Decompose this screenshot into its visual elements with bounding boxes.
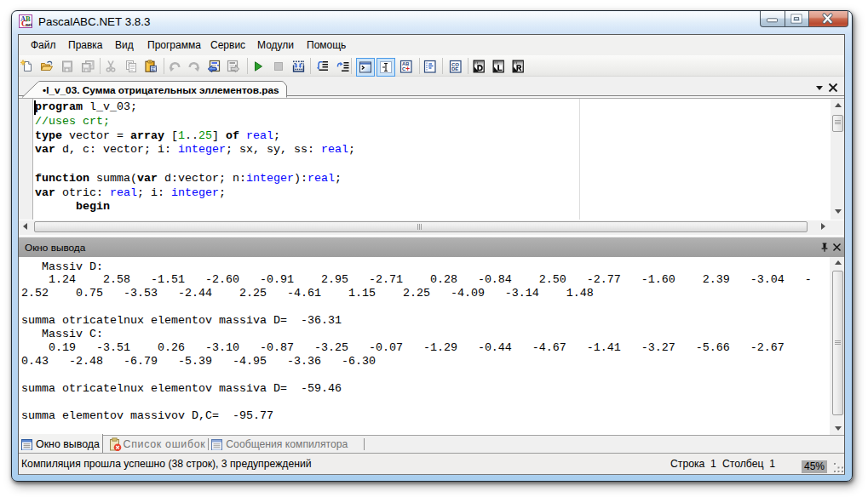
svg-text:net: net bbox=[26, 22, 32, 27]
svg-text:DE: DE bbox=[451, 66, 458, 71]
svg-text:+: + bbox=[405, 66, 410, 73]
